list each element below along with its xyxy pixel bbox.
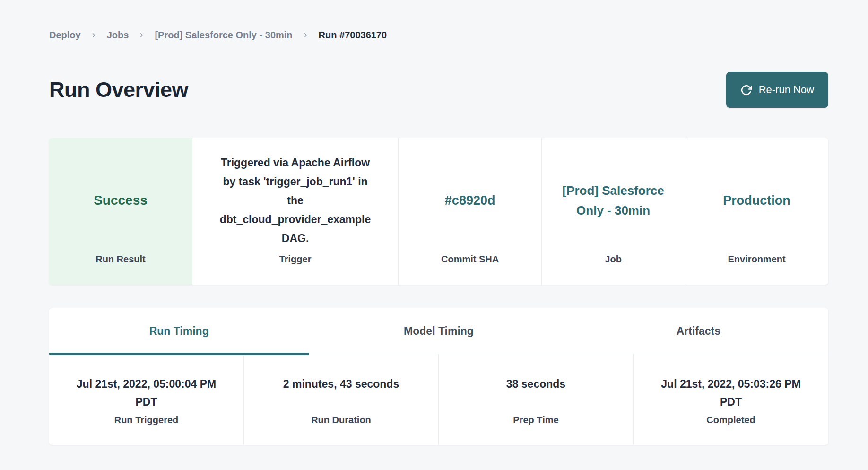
page-title: Run Overview — [49, 78, 188, 102]
trigger-label: Trigger — [279, 253, 312, 265]
summary-card-trigger: Triggered via Apache Airflow by task 'tr… — [192, 138, 399, 285]
tab-artifacts[interactable]: Artifacts — [569, 308, 828, 354]
timing-cell-run-triggered: Jul 21st, 2022, 05:00:04 PM PDT Run Trig… — [49, 354, 244, 445]
rerun-now-button[interactable]: Re-run Now — [726, 72, 828, 108]
breadcrumb: Deploy Jobs [Prod] Salesforce Only - 30m… — [49, 30, 828, 41]
chevron-right-icon — [302, 32, 309, 39]
breadcrumb-item-jobs[interactable]: Jobs — [107, 30, 129, 41]
timing-cell-run-duration: 2 minutes, 43 seconds Run Duration — [244, 354, 439, 445]
tab-bar: Run Timing Model Timing Artifacts — [49, 308, 828, 354]
breadcrumb-item-deploy[interactable]: Deploy — [49, 30, 81, 41]
run-result-label: Run Result — [95, 253, 146, 265]
summary-card-commit-sha: #c8920d Commit SHA — [399, 138, 542, 285]
summary-card-run-result: Success Run Result — [49, 138, 192, 285]
trigger-value: Triggered via Apache Airflow by task 'tr… — [219, 153, 372, 248]
tab-run-timing[interactable]: Run Timing — [49, 308, 309, 354]
environment-label: Environment — [728, 253, 785, 265]
completed-label: Completed — [641, 414, 821, 426]
chevron-right-icon — [138, 32, 145, 39]
run-summary-cards: Success Run Result Triggered via Apache … — [49, 138, 828, 285]
run-triggered-label: Run Triggered — [57, 414, 236, 426]
page-header: Run Overview Re-run Now — [49, 72, 828, 108]
prep-time-label: Prep Time — [446, 414, 625, 426]
run-duration-label: Run Duration — [252, 414, 431, 426]
completed-value: Jul 21st, 2022, 05:03:26 PM PDT — [651, 375, 811, 411]
refresh-icon — [740, 84, 752, 96]
run-duration-value: 2 minutes, 43 seconds — [261, 375, 422, 411]
timing-cell-prep-time: 38 seconds Prep Time — [439, 354, 634, 445]
commit-sha-link[interactable]: #c8920d — [445, 191, 495, 210]
run-result-value: Success — [94, 193, 148, 208]
run-overview-page: Deploy Jobs [Prod] Salesforce Only - 30m… — [0, 0, 868, 445]
prep-time-value: 38 seconds — [456, 375, 616, 411]
summary-card-job: [Prod] Salesforce Only - 30min Job — [542, 138, 685, 285]
chevron-right-icon — [90, 32, 97, 39]
timing-cell-completed: Jul 21st, 2022, 05:03:26 PM PDT Complete… — [634, 354, 828, 445]
summary-card-environment: Production Environment — [685, 138, 828, 285]
job-label: Job — [605, 253, 622, 265]
job-link[interactable]: [Prod] Salesforce Only - 30min — [562, 181, 664, 220]
rerun-now-label: Re-run Now — [759, 84, 814, 96]
commit-sha-label: Commit SHA — [441, 253, 499, 265]
tab-model-timing[interactable]: Model Timing — [309, 308, 568, 354]
environment-link[interactable]: Production — [723, 191, 790, 210]
breadcrumb-item-job-name[interactable]: [Prod] Salesforce Only - 30min — [155, 30, 292, 41]
breadcrumb-item-run-number: Run #70036170 — [319, 30, 387, 41]
run-timing-panel: Jul 21st, 2022, 05:00:04 PM PDT Run Trig… — [49, 354, 828, 445]
run-detail-panel: Run Timing Model Timing Artifacts Jul 21… — [49, 308, 828, 445]
run-triggered-value: Jul 21st, 2022, 05:00:04 PM PDT — [66, 375, 227, 411]
